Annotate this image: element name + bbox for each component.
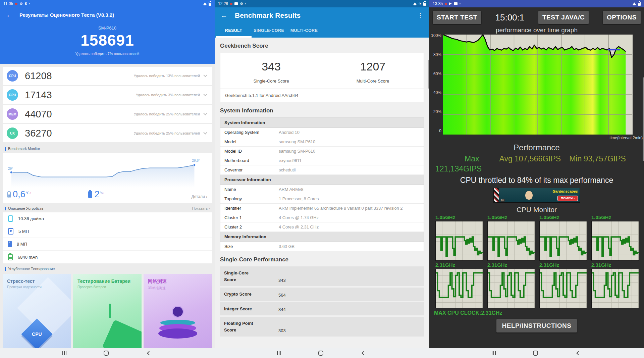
- battery-icon: [8, 254, 13, 260]
- cpu-core-cell: 1.05GHz: [487, 214, 536, 261]
- advanced-test-card[interactable]: Тестирование БатареиПроверка батареи: [73, 274, 142, 348]
- table-row: Integer Score344: [220, 302, 424, 316]
- status-time: 12:28: [218, 1, 228, 6]
- card-title: Стресс-тест: [7, 278, 67, 284]
- home-icon[interactable]: [318, 351, 323, 356]
- cpu-graph-canvas: [487, 269, 535, 308]
- score-row[interactable]: MEM44070Удалось победить 25% пользовател…: [3, 105, 212, 123]
- table-row: Topology1 Processor, 8 Cores: [220, 194, 424, 204]
- ad-banner[interactable]: Gardenscapes ПОМОЧЬ 0+: [493, 188, 580, 203]
- score-row[interactable]: UX36270Удалось победить 25% пользователе…: [3, 124, 212, 142]
- details-link[interactable]: Детали ›: [192, 194, 207, 199]
- cpu-graph-svg: [592, 221, 639, 260]
- cpu-core-cell: 1.05GHz: [539, 214, 588, 261]
- graph-title: performance over time graph: [429, 27, 644, 34]
- tab-multi-core[interactable]: MULTI-CORE: [286, 28, 322, 33]
- section-accent-bar: [5, 207, 6, 210]
- scrollbar[interactable]: [428, 60, 429, 89]
- battery-icon: [638, 2, 641, 6]
- geekbench-score-heading: Geekbench Score: [220, 43, 424, 49]
- section-accent-bar: [5, 147, 6, 151]
- ad-help-button[interactable]: ПОМОЧЬ: [557, 196, 578, 201]
- cpu-core-cell: 2.31GHz: [591, 262, 640, 308]
- cpu-core-cell: 1.05GHz: [591, 214, 640, 261]
- advanced-test-cards: Стресс-тестПроверка надежностиCPUТестиро…: [0, 273, 215, 348]
- cpu-graph-canvas: [539, 269, 587, 308]
- score-row[interactable]: CPU61208Удалось победить 13% пользовател…: [3, 67, 212, 85]
- notification-dot-icon: [230, 3, 232, 5]
- total-score-hero: SM-P610 158691 Удалось победить 7% польз…: [0, 22, 215, 64]
- back-nav-icon[interactable]: [362, 351, 366, 355]
- cpu-monitor-heading: CPU Monitor: [429, 206, 644, 214]
- start-test-button[interactable]: START TEST: [433, 11, 481, 24]
- table-section-header: System Information: [220, 118, 424, 128]
- row-value: schedutil: [279, 167, 420, 172]
- antutu-score-list: CPU61208Удалось победить 13% пользовател…: [0, 64, 215, 142]
- cpu-clock-label: 1.05GHz: [487, 214, 536, 221]
- recents-icon[interactable]: [279, 351, 279, 355]
- card-subtitle: Проверка батареи: [77, 285, 137, 289]
- chevron-down-icon[interactable]: [203, 131, 207, 134]
- y-tick-label: 60%: [433, 71, 441, 76]
- recents-icon[interactable]: [493, 351, 494, 355]
- geekbench-version-text: Geekbench 5.1.1 for Android AArch64: [220, 89, 424, 102]
- geekbench-content: Geekbench Score 343 Single-Core Score 12…: [215, 43, 429, 337]
- row-label: Governor: [224, 167, 279, 172]
- single-core-score-label: Single-Core Score: [220, 79, 322, 84]
- thermometer-icon: [7, 191, 11, 198]
- chevron-down-icon[interactable]: [203, 73, 207, 77]
- row-value: samsung SM-P610: [279, 149, 420, 154]
- cpu-graph-canvas: [487, 221, 535, 261]
- recents-icon[interactable]: [64, 351, 65, 355]
- test-java-c-button[interactable]: TEST JAVA/C: [538, 11, 589, 24]
- back-nav-icon[interactable]: [147, 351, 151, 355]
- beat-percentage-text: Удалось победить 7% пользователей: [0, 52, 215, 56]
- wifi-icon: [413, 2, 417, 5]
- tab-single-core[interactable]: SINGLE-CORE: [251, 28, 286, 33]
- device-spec-text: 6840 mAh: [18, 255, 38, 260]
- tab-result[interactable]: RESULT: [216, 28, 251, 33]
- row-label: Motherboard: [224, 158, 279, 163]
- cpu-graph-canvas: [435, 269, 483, 308]
- row-value: samsung SM-P610: [279, 139, 420, 144]
- screen: 11:05 ⚙ S ← Результаты Оценочного Теста …: [0, 0, 644, 358]
- screen-icon: [8, 215, 13, 222]
- row-label: Model: [224, 139, 279, 144]
- device-model: SM-P610: [0, 22, 215, 31]
- temp-up-arrow-icon: ↑: [30, 191, 31, 195]
- row-label: Operating System: [224, 130, 279, 135]
- home-icon[interactable]: [533, 351, 538, 356]
- advanced-test-card[interactable]: 网络测速3D精准测速: [144, 274, 212, 348]
- performance-chart: [443, 35, 633, 135]
- card-subtitle: 3D精准测速: [148, 286, 208, 291]
- cpu-throttling-panel: 13:35 START TEST 15:00:1 TEST JAVA/C OPT…: [429, 0, 644, 348]
- help-instructions-button[interactable]: HELP/INSTRUCTIONS: [496, 319, 577, 333]
- cpu-graph-canvas: [591, 269, 639, 308]
- chevron-down-icon[interactable]: [203, 92, 207, 96]
- cpu-score-icon: CPU: [7, 70, 18, 82]
- geekbench-score-card: 343 Single-Core Score 1207 Multi-Core Sc…: [220, 53, 424, 102]
- row-label: Single-Core Score: [224, 270, 262, 283]
- back-nav-icon[interactable]: [576, 351, 581, 355]
- chevron-down-icon[interactable]: [203, 111, 207, 115]
- scrollbar[interactable]: [643, 77, 644, 161]
- score-row[interactable]: GPU17143Удалось победить 3% пользователе…: [3, 86, 212, 104]
- front-camera-icon: [8, 228, 13, 235]
- overflow-menu-icon[interactable]: ⋮: [417, 12, 423, 19]
- more-notifications-icon: [29, 3, 30, 4]
- back-button[interactable]: ←: [6, 11, 13, 19]
- options-button[interactable]: OPTIONS: [603, 11, 641, 24]
- row-label: Crypto Score: [224, 291, 262, 298]
- temp-chart: 29° 29,6°: [3, 153, 212, 188]
- cpu-clock-label: 1.05GHz: [591, 214, 640, 221]
- sync-icon: S: [25, 2, 27, 6]
- min-value: Min 93,757GIPS: [569, 154, 626, 163]
- status-bar: 11:05 ⚙ S: [0, 0, 215, 7]
- row-value: 4 Cores @ 2.31 GHz: [279, 224, 420, 229]
- max-label: Max: [465, 154, 479, 163]
- notification-dot-icon: [15, 3, 17, 5]
- advanced-test-card[interactable]: Стресс-тестПроверка надежностиCPU: [3, 274, 71, 348]
- back-button[interactable]: ←: [221, 12, 227, 19]
- show-link[interactable]: Показать ›: [192, 206, 210, 210]
- home-icon[interactable]: [104, 351, 109, 356]
